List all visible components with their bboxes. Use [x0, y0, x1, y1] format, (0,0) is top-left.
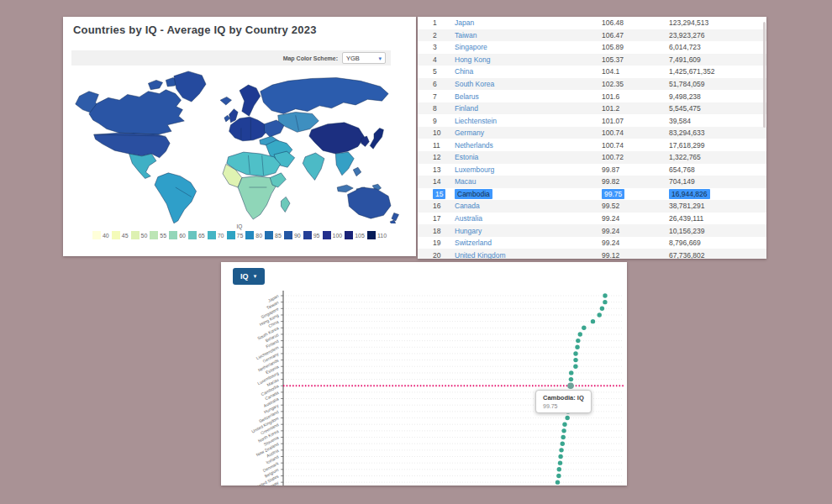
table-row[interactable]: 16Canada99.5238,781,291: [418, 200, 766, 213]
legend-value: 90: [294, 233, 301, 239]
cell-iq: 101.07: [602, 117, 669, 125]
table-row[interactable]: 4Hong Kong105.377,491,609: [418, 54, 766, 66]
table-scrollbar[interactable]: [763, 22, 766, 128]
selected-data-point[interactable]: [567, 382, 574, 389]
data-point[interactable]: [558, 454, 562, 459]
cell-iq: 99.24: [602, 214, 669, 223]
data-point[interactable]: [561, 441, 565, 445]
cell-iq: 99.52: [602, 202, 669, 210]
cell-country[interactable]: China: [455, 67, 602, 76]
cell-country[interactable]: Finland: [455, 104, 602, 113]
table-row[interactable]: 9Liechtenstein101.0739,584: [418, 114, 766, 127]
data-point[interactable]: [591, 319, 595, 323]
legend-value: 70: [218, 233, 224, 239]
legend-item: 40: [92, 231, 109, 239]
cell-iq: 99.12: [602, 251, 669, 259]
data-point[interactable]: [561, 435, 565, 439]
data-point[interactable]: [578, 332, 582, 336]
table-row[interactable]: 13Luxembourg99.87654,768: [418, 164, 766, 176]
data-point[interactable]: [603, 300, 607, 304]
table-row[interactable]: 11Netherlands100.7417,618,299: [418, 139, 766, 151]
data-point[interactable]: [603, 293, 607, 297]
table-row[interactable]: 19Switzerland99.248,796,669: [418, 237, 766, 249]
legend-item: 45: [112, 231, 129, 239]
cell-population: 704,149: [669, 177, 766, 186]
table-row[interactable]: 12Estonia100.721,322,765: [418, 151, 766, 164]
cell-population: 6,014,723: [669, 43, 766, 51]
cell-country[interactable]: Luxembourg: [455, 165, 602, 174]
data-point[interactable]: [569, 377, 573, 381]
table-row[interactable]: 20United Kingdom99.1267,736,802: [418, 249, 766, 259]
world-map[interactable]: [71, 67, 408, 223]
table-row[interactable]: 1Japan106.48123,294,513: [418, 17, 766, 29]
cell-iq: 100.72: [602, 153, 669, 161]
map-region-usa: [94, 133, 170, 158]
cell-country[interactable]: Hungary: [455, 227, 602, 235]
cell-population: 17,618,299: [669, 141, 766, 150]
cell-country[interactable]: Australia: [455, 214, 602, 223]
cell-country[interactable]: Estonia: [455, 153, 602, 161]
color-scheme-select[interactable]: YGB ▾: [342, 52, 386, 64]
table-row[interactable]: 18Hungary99.2410,156,239: [418, 224, 766, 237]
legend-swatch: [245, 231, 254, 239]
data-point[interactable]: [561, 428, 566, 433]
cell-country[interactable]: Hong Kong: [455, 55, 602, 64]
cell-population: 16,944,826: [669, 190, 766, 198]
cell-country[interactable]: Taiwan: [455, 31, 602, 39]
cell-country[interactable]: Singapore: [455, 43, 602, 51]
legend-item: 85: [265, 231, 282, 239]
data-point[interactable]: [556, 480, 560, 484]
cell-rank: 9: [418, 117, 455, 125]
table-row[interactable]: 17Australia99.2426,439,111: [418, 213, 766, 225]
table-row[interactable]: 2Taiwan106.4723,923,276: [418, 29, 766, 42]
iq-dot-chart[interactable]: JapanTaiwanSingaporeHong KongChinaSouth …: [221, 262, 627, 486]
cell-rank: 1: [418, 18, 455, 27]
cell-country[interactable]: Belarus: [455, 92, 602, 101]
table-row[interactable]: 10Germany100.7483,294,633: [418, 127, 766, 139]
cell-country[interactable]: Switzerland: [455, 239, 602, 247]
cell-rank: 11: [418, 141, 455, 150]
data-point[interactable]: [576, 339, 580, 343]
cell-country[interactable]: South Korea: [455, 80, 602, 88]
data-point[interactable]: [598, 312, 602, 317]
cell-country[interactable]: Japan: [455, 18, 602, 27]
cell-country[interactable]: Netherlands: [455, 141, 602, 150]
table-row[interactable]: 5China104.11,425,671,352: [418, 66, 766, 78]
data-point[interactable]: [575, 345, 579, 349]
cell-population: 38,781,291: [669, 202, 766, 210]
cell-rank: 14: [418, 177, 455, 186]
cell-country[interactable]: United Kingdom: [455, 251, 602, 259]
table-row[interactable]: 3Singapore105.896,014,723: [418, 41, 766, 54]
map-region-china: [309, 123, 365, 154]
data-point[interactable]: [559, 448, 563, 452]
cell-country[interactable]: Germany: [455, 129, 602, 137]
data-point[interactable]: [558, 460, 562, 465]
data-point[interactable]: [557, 467, 561, 471]
legend-swatch: [284, 231, 292, 239]
data-point[interactable]: [573, 358, 577, 362]
table-row[interactable]: 15Cambodia99.7516,944,826: [418, 188, 766, 201]
data-point[interactable]: [562, 423, 566, 427]
legend-item: 50: [131, 231, 148, 239]
table-row[interactable]: 7Belarus101.69,498,238: [418, 90, 766, 102]
cell-population: 39,584: [669, 117, 766, 125]
data-point[interactable]: [569, 370, 573, 375]
cell-country[interactable]: Liechtenstein: [455, 117, 602, 125]
table-row[interactable]: 6South Korea102.3551,784,059: [418, 78, 766, 91]
table-row[interactable]: 8Finland101.25,545,475: [418, 102, 766, 115]
cell-country[interactable]: Macau: [455, 177, 602, 186]
table-row[interactable]: 14Macau99.82704,149: [418, 176, 766, 188]
map-toolbar: Map Color Scheme: YGB ▾: [71, 50, 391, 66]
data-point[interactable]: [556, 474, 561, 478]
data-point[interactable]: [573, 365, 577, 369]
data-point[interactable]: [582, 326, 586, 330]
legend-value: 55: [160, 233, 166, 239]
data-point[interactable]: [573, 351, 577, 355]
cell-country[interactable]: Canada: [455, 202, 602, 210]
data-point[interactable]: [565, 416, 569, 420]
cell-country[interactable]: Cambodia: [455, 190, 602, 198]
data-point[interactable]: [600, 307, 604, 311]
legend-swatch: [131, 231, 140, 239]
cell-iq: 99.75: [602, 190, 669, 198]
cell-rank: 15: [418, 190, 455, 198]
